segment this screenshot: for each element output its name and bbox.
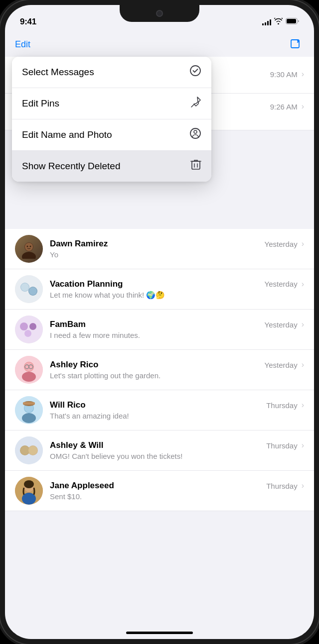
menu-show-recently-deleted[interactable]: Show Recently Deleted [12, 151, 211, 182]
svg-point-13 [27, 246, 28, 247]
avatar [15, 235, 43, 263]
menu-select-messages[interactable]: Select Messages [12, 57, 211, 88]
svg-point-22 [29, 323, 36, 330]
notch [120, 5, 199, 22]
status-icons [262, 18, 299, 26]
message-content: Vacation Planning Yesterday › Let me kno… [50, 279, 304, 300]
battery-icon [286, 18, 299, 26]
svg-point-11 [22, 252, 36, 259]
svg-point-23 [24, 330, 31, 337]
svg-rect-36 [23, 402, 35, 405]
list-item[interactable]: Ashley Rico Yesterday › Let's start plot… [5, 350, 314, 390]
list-item[interactable]: Jane Appleseed Thursday › Sent $10. [5, 471, 314, 511]
messages-list: Dawn Ramirez Yesterday › Yo [5, 229, 314, 511]
edit-button[interactable]: Edit [15, 39, 30, 50]
list-item[interactable]: Will Rico Thursday › That's an amazing i… [5, 390, 314, 430]
list-item[interactable]: Dawn Ramirez Yesterday › Yo [5, 229, 314, 269]
svg-point-3 [190, 66, 200, 76]
avatar [15, 356, 43, 384]
svg-point-40 [20, 446, 29, 455]
pin-icon [190, 96, 201, 111]
svg-point-41 [28, 446, 37, 455]
svg-point-26 [22, 372, 36, 382]
svg-point-6 [194, 130, 197, 133]
avatar [15, 477, 43, 505]
list-item[interactable]: FamBam Yesterday › I need a few more min… [5, 310, 314, 350]
home-indicator [126, 632, 193, 634]
message-content: Ashley & Will Thursday › OMG! Can't beli… [50, 440, 304, 460]
svg-point-33 [22, 413, 36, 423]
list-item[interactable]: Ashley & Will Thursday › OMG! Can't beli… [5, 430, 314, 471]
phone-frame: 9:41 [0, 0, 319, 644]
svg-point-18 [21, 283, 29, 291]
avatar [15, 396, 43, 424]
menu-edit-name-photo[interactable]: Edit Name and Photo [12, 119, 211, 151]
svg-point-14 [30, 246, 31, 247]
person-circle-icon [189, 127, 201, 142]
phone-screen: 9:41 [5, 5, 314, 639]
svg-line-4 [191, 105, 194, 107]
dropdown-menu: Select Messages Edit Pins [12, 57, 211, 182]
edit-pins-label: Edit Pins [22, 98, 59, 109]
edit-name-photo-label: Edit Name and Photo [22, 129, 112, 140]
show-recently-deleted-label: Show Recently Deleted [22, 161, 121, 172]
messages-header: Edit [5, 32, 314, 58]
wifi-icon [274, 18, 283, 26]
message-content: Dawn Ramirez Yesterday › Yo [50, 239, 304, 259]
avatar [15, 436, 43, 464]
avatar [15, 316, 43, 343]
select-messages-label: Select Messages [22, 67, 94, 78]
circle-check-icon [189, 65, 201, 80]
message-content: Ashley Rico Yesterday › Let's start plot… [50, 360, 304, 380]
svg-point-19 [29, 287, 37, 295]
avatar [15, 275, 43, 303]
svg-point-46 [24, 480, 34, 488]
menu-edit-pins[interactable]: Edit Pins [12, 88, 211, 119]
svg-rect-1 [287, 19, 296, 23]
message-content: Jane Appleseed Thursday › Sent $10. [50, 481, 304, 501]
trash-icon [190, 159, 201, 174]
svg-rect-7 [192, 161, 200, 169]
svg-point-21 [20, 322, 28, 330]
list-item[interactable]: Vacation Planning Yesterday › Let me kno… [5, 269, 314, 310]
front-camera [156, 10, 163, 17]
message-content: Will Rico Thursday › That's an amazing i… [50, 400, 304, 420]
svg-point-20 [15, 316, 43, 343]
svg-point-12 [25, 243, 33, 251]
compose-button[interactable] [287, 36, 304, 53]
signal-icon [262, 19, 271, 25]
status-time: 9:41 [20, 17, 36, 27]
message-content: FamBam Yesterday › I need a few more min… [50, 320, 304, 339]
